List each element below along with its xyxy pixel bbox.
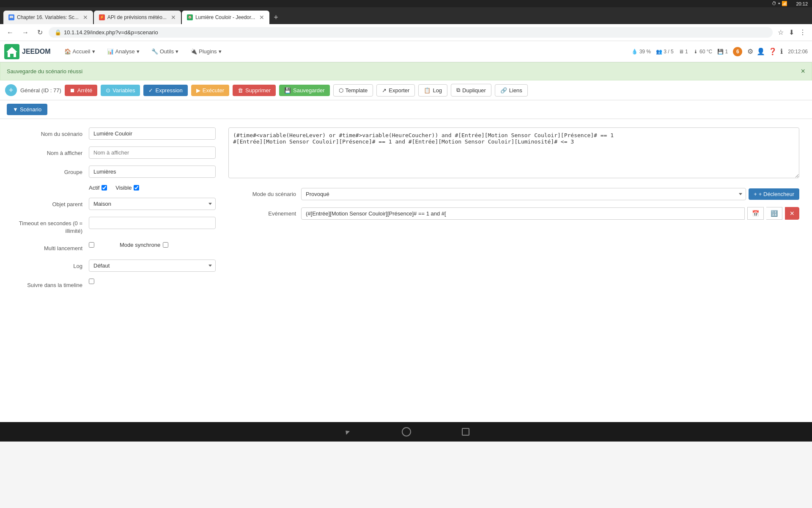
nav-item-plugins[interactable]: 🔌 Plugins ▾ (185, 46, 227, 57)
btn-expression[interactable]: ✓ Expression (143, 85, 187, 96)
browser-tab-2[interactable]: ⚡ API de prévisions météo... ✕ (94, 11, 181, 24)
nav-item-accueil[interactable]: 🏠 Accueil ▾ (59, 46, 100, 57)
android-recents-button[interactable] (462, 428, 469, 436)
settings-button[interactable]: ⚙ (747, 47, 753, 55)
btn-stop[interactable]: ⏹ Arrêté (65, 85, 97, 96)
suivre-timeline-checkbox[interactable] (89, 279, 94, 284)
duplicate-icon: ⧉ (456, 87, 460, 94)
actif-visible-spacer (13, 185, 89, 188)
btn-template[interactable]: ⬡ Template (333, 84, 373, 97)
info-button[interactable]: ℹ (780, 47, 783, 55)
event-calculator-btn[interactable]: 🔢 (766, 207, 782, 220)
actif-checkbox[interactable] (102, 185, 107, 190)
mode-scenario-select[interactable]: Provoqué Programmé Immédiat (301, 188, 746, 200)
svg-rect-2 (10, 54, 14, 57)
mode-synchrone-checkbox[interactable] (163, 242, 168, 248)
nav-plugins-label: Plugins (199, 48, 217, 55)
btn-declencheur[interactable]: + + Déclencheur (749, 188, 799, 200)
btn-dupliquer[interactable]: ⧉ Dupliquer (451, 84, 491, 97)
logo-text: JEEDOM (22, 48, 51, 55)
tabs-bar: ▼ Scénario (0, 100, 812, 119)
multi-lancement-label: Multi lancement (13, 242, 89, 252)
groupe-input[interactable] (89, 166, 216, 178)
nav-plugins-caret: ▾ (219, 48, 222, 55)
tab3-label: Lumière Couloir - Jeedor... (195, 14, 255, 20)
tab3-close[interactable]: ✕ (259, 14, 264, 21)
nom-afficher-input[interactable] (89, 146, 216, 159)
actif-visible-controls: Actif Visible (89, 185, 139, 191)
tab-scenario[interactable]: ▼ Scénario (7, 104, 47, 115)
event-calendar-btn[interactable]: 📅 (747, 207, 764, 220)
menu-button[interactable]: ⋮ (798, 27, 808, 38)
user-button[interactable]: 👤 (757, 47, 765, 55)
download-button[interactable]: ⬇ (787, 27, 796, 38)
plugins-icon: 🔌 (190, 48, 197, 55)
btn-sauvegarder[interactable]: 💾 Sauvegarder (279, 85, 329, 96)
multi-sync-group: Multi lancement Mode synchrone (13, 242, 216, 252)
timeout-group: Timeout en secondes (0 = illimité) (13, 217, 216, 235)
reload-button[interactable]: ↻ (35, 27, 45, 38)
svg-marker-0 (6, 47, 17, 52)
btn-log[interactable]: 📋 Log (418, 84, 447, 97)
tab2-close[interactable]: ✕ (171, 14, 176, 21)
forward-button[interactable]: → (19, 27, 31, 38)
log-select[interactable]: Défaut Aucun Info Debug (89, 260, 216, 272)
objet-parent-select[interactable]: -- Aucun -- Maison Salon (89, 198, 216, 210)
links-icon: 🔗 (500, 87, 507, 94)
plus-icon: + (754, 191, 757, 197)
nom-afficher-group: Nom à afficher (13, 146, 216, 159)
visible-checkbox[interactable] (134, 185, 139, 190)
alert-close-button[interactable]: × (801, 67, 805, 76)
mode-scenario-controls: Provoqué Programmé Immédiat + + Déclench… (301, 188, 799, 200)
filter-icon: ▼ (13, 106, 18, 113)
alert-success: Sauvegarde du scénario réussi × (0, 62, 812, 80)
multi-lancement-checkbox[interactable] (89, 242, 94, 248)
notification-badge[interactable]: 6 (733, 47, 742, 56)
expression-textarea[interactable]: (#time#<variable(HeureLever) or #time#>v… (228, 127, 799, 178)
tab2-favicon: ⚡ (99, 14, 105, 20)
btn-executer[interactable]: ▶ Exécuter (191, 85, 229, 96)
btn-variables[interactable]: ⊙ Variables (101, 85, 140, 96)
nom-afficher-label: Nom à afficher (13, 146, 89, 157)
mode-scenario-group: Mode du scénario Provoqué Programmé Immé… (228, 188, 799, 200)
scenario-toolbar: + Général (ID : 77) ⏹ Arrêté ⊙ Variables… (0, 80, 812, 100)
btn-exporter[interactable]: ↗ Exporter (376, 84, 415, 97)
variables-icon: ⊙ (106, 87, 110, 94)
status-icons: ⏱ ★ 📶 (772, 1, 787, 6)
export-icon: ↗ (382, 87, 387, 94)
address-bar[interactable]: 🔒 10.1.14.29/index.php?v=d&p=scenario (49, 27, 773, 38)
btn-liens[interactable]: 🔗 Liens (495, 84, 528, 97)
back-button[interactable]: ← (4, 27, 16, 38)
btn-supprimer[interactable]: 🗑 Supprimer (233, 85, 276, 96)
groupe-group: Groupe (13, 166, 216, 178)
evenement-input[interactable] (301, 207, 745, 220)
tab1-label: Chapter 16. Variables: Sc... (17, 14, 79, 20)
nav-item-analyse[interactable]: 📊 Analyse ▾ (102, 46, 145, 57)
event-delete-btn[interactable]: ✕ (785, 207, 799, 220)
nav-accueil-caret: ▾ (92, 48, 95, 55)
tab1-close[interactable]: ✕ (83, 14, 88, 21)
help-button[interactable]: ❓ (768, 47, 777, 55)
stop-icon: ⏹ (70, 87, 75, 94)
main-content: Nom du scénario Nom à afficher Groupe Ac… (0, 119, 812, 304)
nav-item-outils[interactable]: 🔧 Outils ▾ (146, 46, 184, 57)
nom-scenario-input[interactable] (89, 127, 216, 140)
add-scenario-button[interactable]: + (5, 84, 17, 96)
analyse-icon: 📊 (107, 48, 114, 55)
mode-synchrone-label: Mode synchrone (120, 242, 160, 248)
actif-visible-group: Actif Visible (13, 185, 216, 191)
bookmark-button[interactable]: ☆ (776, 27, 785, 38)
evenement-controls: 📅 🔢 ✕ (301, 207, 799, 220)
evenement-label: Evénement (228, 210, 296, 217)
android-home-button[interactable] (402, 427, 411, 436)
url-text: 10.1.14.29/index.php?v=d&p=scenario (64, 29, 767, 36)
timeout-input[interactable] (89, 217, 216, 229)
browser-tab-3[interactable]: 🏠 Lumière Couloir - Jeedor... ✕ (182, 11, 269, 24)
left-panel: Nom du scénario Nom à afficher Groupe Ac… (13, 127, 216, 296)
android-back-button[interactable] (341, 426, 353, 438)
nom-scenario-label: Nom du scénario (13, 127, 89, 138)
browser-tab-1[interactable]: 📖 Chapter 16. Variables: Sc... ✕ (3, 11, 93, 24)
tab3-favicon: 🏠 (187, 14, 193, 20)
new-tab-button[interactable]: + (270, 11, 282, 24)
people-stat: 👥 3 / 5 (656, 49, 674, 55)
